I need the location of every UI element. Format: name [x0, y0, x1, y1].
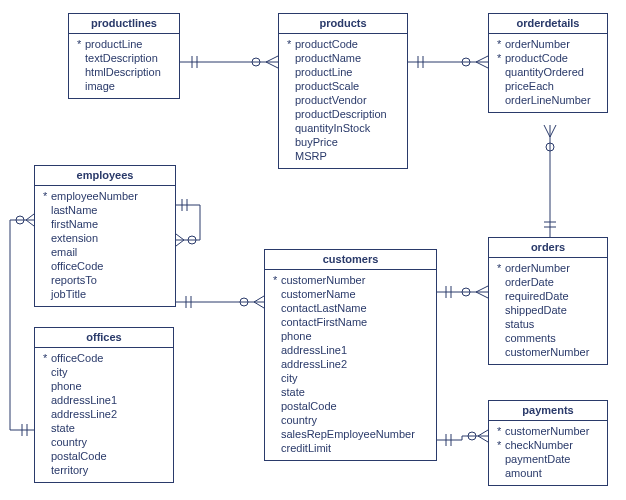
field-name: salesRepEmployeeNumber: [281, 427, 415, 441]
pk-marker: [273, 413, 281, 427]
field-row: *productCode: [287, 37, 401, 51]
field-row: customerNumber: [497, 345, 601, 359]
entity-offices: offices *officeCodecityphoneaddressLine1…: [34, 327, 174, 483]
svg-point-9: [462, 58, 470, 66]
field-name: firstName: [51, 217, 98, 231]
field-row: shippedDate: [497, 303, 601, 317]
field-name: officeCode: [51, 259, 103, 273]
pk-marker: [497, 93, 505, 107]
pk-marker: *: [497, 37, 505, 51]
field-row: *orderNumber: [497, 261, 601, 275]
pk-marker: *: [273, 273, 281, 287]
field-name: customerNumber: [505, 424, 589, 438]
field-row: status: [497, 317, 601, 331]
field-row: postalCode: [273, 399, 430, 413]
field-row: comments: [497, 331, 601, 345]
field-row: paymentDate: [497, 452, 601, 466]
field-name: creditLimit: [281, 441, 331, 455]
entity-title: orders: [489, 238, 607, 258]
field-row: addressLine2: [43, 407, 167, 421]
svg-line-23: [476, 292, 488, 298]
field-name: addressLine2: [281, 357, 347, 371]
svg-line-39: [176, 240, 184, 246]
pk-marker: *: [497, 51, 505, 65]
field-name: phone: [281, 329, 312, 343]
entity-products: products *productCodeproductNameproductL…: [278, 13, 408, 169]
field-name: amount: [505, 466, 542, 480]
field-name: contactLastName: [281, 301, 367, 315]
field-row: quantityOrdered: [497, 65, 601, 79]
entity-orders: orders *orderNumberorderDaterequiredDate…: [488, 237, 608, 365]
field-row: customerName: [273, 287, 430, 301]
field-row: productDescription: [287, 107, 401, 121]
field-name: orderNumber: [505, 37, 570, 51]
field-name: productScale: [295, 79, 359, 93]
pk-marker: [77, 79, 85, 93]
svg-point-32: [240, 298, 248, 306]
pk-marker: [273, 399, 281, 413]
pk-marker: [273, 301, 281, 315]
field-name: productVendor: [295, 93, 367, 107]
pk-marker: [287, 79, 295, 93]
field-row: *orderNumber: [497, 37, 601, 51]
svg-point-21: [462, 288, 470, 296]
field-row: country: [273, 413, 430, 427]
field-row: priceEach: [497, 79, 601, 93]
field-row: *customerNumber: [273, 273, 430, 287]
field-name: MSRP: [295, 149, 327, 163]
svg-line-34: [254, 302, 264, 308]
field-name: addressLine1: [51, 393, 117, 407]
pk-marker: [43, 273, 51, 287]
svg-line-33: [254, 296, 264, 302]
pk-marker: *: [497, 261, 505, 275]
field-row: orderDate: [497, 275, 601, 289]
field-name: postalCode: [51, 449, 107, 463]
field-name: addressLine1: [281, 343, 347, 357]
pk-marker: [273, 427, 281, 441]
entity-customers: customers *customerNumbercustomerNamecon…: [264, 249, 437, 461]
svg-line-15: [550, 125, 556, 137]
pk-marker: *: [77, 37, 85, 51]
pk-marker: [497, 79, 505, 93]
pk-marker: [273, 287, 281, 301]
pk-marker: *: [497, 438, 505, 452]
field-row: productScale: [287, 79, 401, 93]
entity-title: productlines: [69, 14, 179, 34]
entity-title: employees: [35, 166, 175, 186]
field-name: priceEach: [505, 79, 554, 93]
pk-marker: [43, 259, 51, 273]
entity-fields: *productCodeproductNameproductLineproduc…: [279, 34, 407, 168]
field-row: extension: [43, 231, 169, 245]
field-name: quantityInStock: [295, 121, 370, 135]
field-row: reportsTo: [43, 273, 169, 287]
field-name: productDescription: [295, 107, 387, 121]
pk-marker: [497, 289, 505, 303]
field-name: productLine: [85, 37, 143, 51]
field-row: productName: [287, 51, 401, 65]
pk-marker: [43, 407, 51, 421]
field-name: customerNumber: [281, 273, 365, 287]
svg-point-26: [468, 432, 476, 440]
svg-point-3: [252, 58, 260, 66]
pk-marker: *: [43, 351, 51, 365]
field-name: productCode: [505, 51, 568, 65]
field-name: contactFirstName: [281, 315, 367, 329]
field-name: extension: [51, 231, 98, 245]
field-row: amount: [497, 466, 601, 480]
field-name: productName: [295, 51, 361, 65]
pk-marker: [43, 379, 51, 393]
field-row: addressLine1: [43, 393, 167, 407]
pk-marker: *: [497, 424, 505, 438]
field-row: contactFirstName: [273, 315, 430, 329]
pk-marker: [287, 149, 295, 163]
field-row: *employeeNumber: [43, 189, 169, 203]
pk-marker: [497, 65, 505, 79]
field-name: lastName: [51, 203, 97, 217]
pk-marker: [77, 65, 85, 79]
field-name: jobTitle: [51, 287, 86, 301]
field-name: shippedDate: [505, 303, 567, 317]
pk-marker: [287, 93, 295, 107]
field-row: officeCode: [43, 259, 169, 273]
pk-marker: [497, 303, 505, 317]
field-row: city: [43, 365, 167, 379]
